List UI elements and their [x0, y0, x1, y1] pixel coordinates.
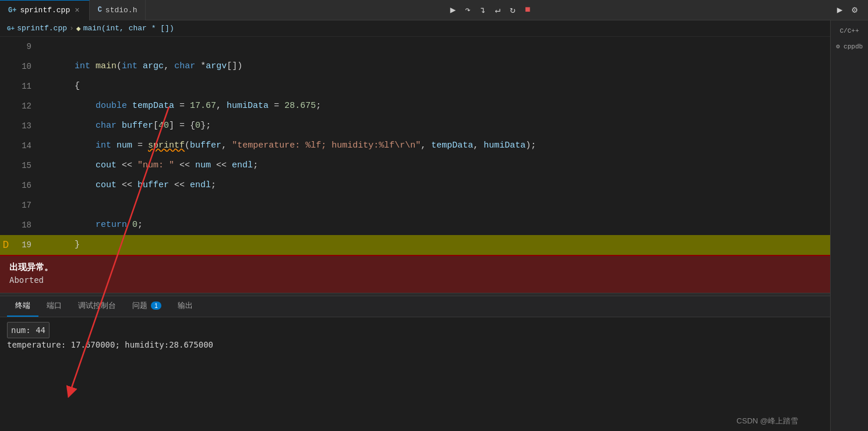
line-num-15: 15 [12, 156, 41, 176]
breadcrumb-func-icon: ◆ [76, 24, 81, 33]
breakpoint-19[interactable]: D [0, 235, 12, 255]
right-sidebar: C/C++ ⚙ cppdb [830, 20, 868, 431]
step-over-btn[interactable]: ↷ [463, 4, 473, 16]
cpp-icon: G+ [8, 6, 16, 15]
problems-badge: 1 [151, 302, 161, 310]
step-into-btn[interactable]: ↴ [478, 4, 488, 16]
cppdb-label: ⚙ cppdb [836, 43, 863, 50]
tab-sprintf-cpp[interactable]: G+ sprintf.cpp × [0, 0, 90, 20]
tab-terminal[interactable]: 终端 [7, 296, 38, 317]
tab-output[interactable]: 输出 [170, 296, 201, 317]
settings-btn[interactable]: ⚙ [849, 4, 860, 16]
tab-label-stdio: stdio.h [105, 6, 137, 15]
watermark: CSDN @峰上踏雪 [736, 416, 798, 426]
breakpoint-dot: D [3, 235, 9, 255]
code-line-19: D 19 } [0, 235, 868, 255]
tab-port-label: 端口 [47, 300, 62, 311]
exception-title: 出现异常。 [9, 262, 859, 273]
line-num-11: 11 [12, 76, 41, 96]
code-line-16: 16 cout << buffer << endl; [0, 176, 868, 195]
breadcrumb-sep: › [69, 24, 74, 33]
tab-label-sprintf: sprintf.cpp [20, 6, 70, 15]
breadcrumb-func[interactable]: main(int, char * []) [83, 24, 174, 33]
tab-debug-console-label: 调试控制台 [78, 300, 116, 311]
tab-bar: G+ sprintf.cpp × C stdio.h [0, 0, 146, 20]
terminal-line-1: num: 44 [7, 322, 861, 338]
line-num-12: 12 [12, 96, 41, 116]
debug-toolbar: ▶ ↷ ↴ ↵ ↻ ■ [448, 4, 533, 16]
line-num-19: 19 [12, 235, 41, 255]
terminal-line-2: temperature: 17.670000; humidity:28.6750… [7, 338, 861, 351]
tab-stdio-h[interactable]: C stdio.h [90, 0, 146, 20]
terminal-output-temp: temperature: 17.670000; humidity:28.6750… [7, 340, 213, 349]
breadcrumb: G+ sprintf.cpp › ◆ main(int, char * []) [0, 20, 868, 37]
exception-panel: 出现异常。 Aborted × [0, 255, 868, 293]
line-num-18: 18 [12, 215, 41, 235]
restart-btn[interactable]: ↻ [507, 4, 518, 16]
stop-btn[interactable]: ■ [523, 5, 533, 15]
terminal-highlight-num: num: 44 [7, 322, 50, 338]
tab-port[interactable]: 端口 [38, 296, 70, 317]
breadcrumb-file-icon: G+ [7, 25, 15, 32]
tab-problems-label: 问题 [132, 300, 147, 311]
exception-message: Aborted [9, 275, 859, 285]
line-num-9: 9 [12, 37, 41, 57]
line-num-16: 16 [12, 176, 41, 195]
right-panel-cppdb[interactable]: ⚙ cppdb [831, 40, 868, 52]
line-num-10: 10 [12, 57, 41, 76]
line-num-17: 17 [12, 195, 41, 215]
cpp-label: C/C++ [839, 27, 859, 34]
code-editor: 9 10 int main(int argc, char *argv[]) 11… [0, 37, 868, 255]
tab-output-label: 输出 [178, 300, 193, 311]
h-icon: C [98, 6, 102, 14]
tab-terminal-label: 终端 [15, 300, 30, 311]
tab-close-sprintf[interactable]: × [73, 6, 80, 15]
tab-problems[interactable]: 问题 1 [124, 296, 170, 317]
terminal-panel: num: 44 temperature: 17.670000; humidity… [0, 317, 868, 356]
step-out-btn[interactable]: ↵ [493, 4, 503, 16]
tab-debug-console[interactable]: 调试控制台 [70, 296, 124, 317]
bottom-tab-bar: 终端 端口 调试控制台 问题 1 输出 + [0, 296, 868, 317]
toolbar-right: ▶ ⚙ [835, 4, 868, 16]
right-panel-cpp[interactable]: C/C++ [831, 25, 868, 37]
line-num-14: 14 [12, 136, 41, 156]
continue-btn[interactable]: ▶ [448, 4, 458, 16]
run-btn[interactable]: ▶ [835, 4, 845, 16]
breadcrumb-file[interactable]: sprintf.cpp [17, 24, 67, 33]
toolbar: G+ sprintf.cpp × C stdio.h ▶ ↷ ↴ ↵ ↻ ■ ▶… [0, 0, 868, 20]
line-num-13: 13 [12, 116, 41, 136]
